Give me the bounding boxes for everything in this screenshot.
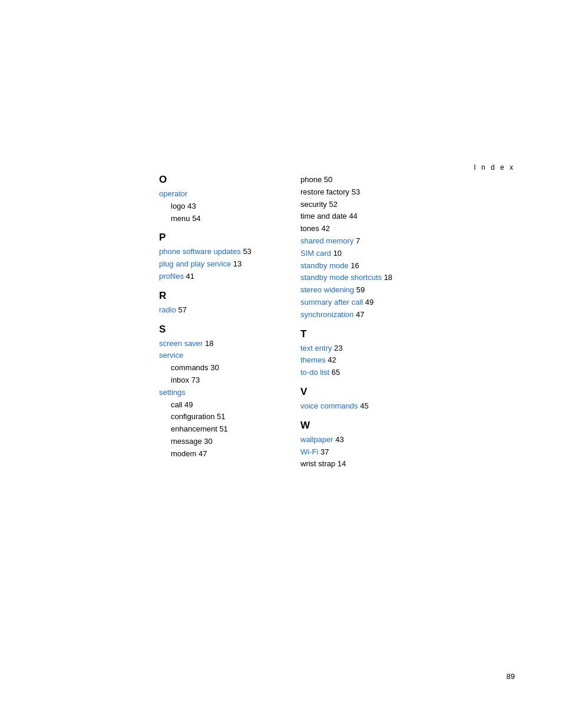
item-voice-commands: voice commands 45: [300, 400, 430, 413]
sub-menu: menu 54: [159, 213, 289, 225]
page-phone-software: 53: [241, 247, 252, 256]
section-r: R radio 57: [159, 290, 289, 317]
sub-modem: modem 47: [159, 448, 289, 460]
item-standby-mode: standby mode 16: [300, 260, 430, 272]
item-plug-and-play: plug and play service 13: [159, 258, 289, 271]
item-profiles: profiles 41: [159, 271, 289, 283]
item-wallpaper: wallpaper 43: [300, 434, 430, 446]
sub-restore-factory: restore factory 53: [300, 186, 430, 199]
page-shared-memory: 7: [353, 236, 360, 245]
item-phone-software: phone software updates 53: [159, 246, 289, 258]
letter-r: R: [159, 290, 289, 302]
item-radio: radio 57: [159, 304, 289, 317]
sub-inbox: inbox 73: [159, 374, 289, 387]
item-operator: operator: [159, 188, 289, 200]
sub-configuration: configuration 51: [159, 411, 289, 423]
item-settings: settings: [159, 387, 289, 399]
page-standby-mode: 16: [349, 261, 359, 270]
link-text-entry[interactable]: text entry: [300, 344, 332, 353]
letter-s: S: [159, 324, 289, 335]
section-p: P phone software updates 53 plug and pla…: [159, 232, 289, 282]
page-synchronization: 47: [353, 310, 364, 319]
item-text-entry: text entry 23: [300, 342, 430, 355]
page-screen-saver: 18: [203, 339, 213, 348]
link-plug-and-play-service[interactable]: plug and play service: [159, 259, 231, 268]
item-stereo-widening: stereo widening 59: [300, 284, 430, 297]
item-to-do-list: to-do list 65: [300, 367, 430, 379]
page-wallpaper: 43: [333, 435, 344, 444]
link-settings[interactable]: settings: [159, 388, 186, 397]
page-stereo-widening: 59: [354, 285, 365, 294]
link-wallpaper[interactable]: wallpaper: [300, 435, 333, 444]
page-plug-and-play: 13: [231, 259, 242, 268]
item-screen-saver: screen saver 18: [159, 338, 289, 350]
link-screen-saver[interactable]: screen saver: [159, 339, 203, 348]
link-summary-after-call[interactable]: summary after call: [300, 298, 363, 307]
item-themes: themes 42: [300, 354, 430, 367]
page-number: 89: [507, 672, 515, 681]
link-standby-mode-shortcuts[interactable]: standby mode shortcuts: [300, 273, 382, 282]
page-themes: 42: [326, 355, 336, 364]
sub-phone: phone 50: [300, 174, 430, 186]
link-standby-mode[interactable]: standby mode: [300, 261, 349, 270]
sub-enhancement: enhancement 51: [159, 423, 289, 436]
index-header: I n d e x: [474, 163, 515, 172]
item-standby-mode-shortcuts: standby mode shortcuts 18: [300, 272, 430, 284]
index-container: O operator logo 43 menu 54 P phone softw…: [0, 174, 562, 477]
letter-p: P: [159, 232, 289, 243]
page-summary-after-call: 49: [363, 298, 373, 307]
page-text-entry: 23: [332, 344, 342, 353]
link-profiles[interactable]: profiles: [159, 272, 184, 281]
text-wrist-strap: wrist strap 14: [300, 459, 346, 468]
item-summary-after-call: summary after call 49: [300, 297, 430, 309]
link-phone-software-updates[interactable]: phone software updates: [159, 247, 241, 256]
sub-security: security 52: [300, 199, 430, 211]
link-shared-memory[interactable]: shared memory: [300, 236, 353, 245]
right-column: phone 50 restore factory 53 security 52 …: [300, 174, 430, 477]
item-sim-card: SIM card 10: [300, 248, 430, 260]
page-profiles: 41: [184, 272, 194, 281]
sub-tones: tones 42: [300, 223, 430, 235]
letter-o: O: [159, 174, 289, 186]
link-wifi[interactable]: Wi-Fi: [300, 447, 318, 456]
page-voice-commands: 45: [358, 401, 369, 410]
link-stereo-widening[interactable]: stereo widening: [300, 285, 354, 294]
letter-w: W: [300, 420, 430, 431]
page-wifi: 37: [318, 447, 329, 456]
link-operator[interactable]: operator: [159, 189, 187, 198]
item-wrist-strap: wrist strap 14: [300, 458, 430, 470]
letter-t: T: [300, 328, 430, 340]
link-voice-commands[interactable]: voice commands: [300, 401, 358, 410]
item-service: service: [159, 350, 289, 362]
item-shared-memory: shared memory 7: [300, 235, 430, 248]
sub-time-and-date: time and date 44: [300, 210, 430, 223]
sub-logo: logo 43: [159, 200, 289, 213]
link-to-do-list[interactable]: to-do list: [300, 368, 329, 377]
sub-commands: commands 30: [159, 362, 289, 374]
sub-call: call 49: [159, 399, 289, 411]
section-w: W wallpaper 43 Wi-Fi 37 wrist strap 14: [300, 420, 430, 470]
section-settings-cont: phone 50 restore factory 53 security 52 …: [300, 174, 430, 321]
item-wifi: Wi-Fi 37: [300, 446, 430, 459]
page-sim-card: 10: [331, 249, 342, 258]
page-standby-mode-shortcuts: 18: [382, 273, 392, 282]
section-o: O operator logo 43 menu 54: [159, 174, 289, 225]
section-v: V voice commands 45: [300, 386, 430, 413]
section-s: S screen saver 18 service commands 30 in…: [159, 324, 289, 460]
link-sim-card[interactable]: SIM card: [300, 249, 331, 258]
link-radio[interactable]: radio: [159, 305, 176, 314]
page-to-do-list: 65: [329, 368, 340, 377]
link-themes[interactable]: themes: [300, 355, 326, 364]
link-synchronization[interactable]: synchronization: [300, 310, 353, 319]
letter-v: V: [300, 386, 430, 398]
item-synchronization: synchronization 47: [300, 309, 430, 321]
sub-message: message 30: [159, 436, 289, 448]
left-column: O operator logo 43 menu 54 P phone softw…: [159, 174, 289, 477]
section-t: T text entry 23 themes 42 to-do list 65: [300, 328, 430, 379]
page-radio: 57: [176, 305, 187, 314]
link-service[interactable]: service: [159, 351, 183, 360]
